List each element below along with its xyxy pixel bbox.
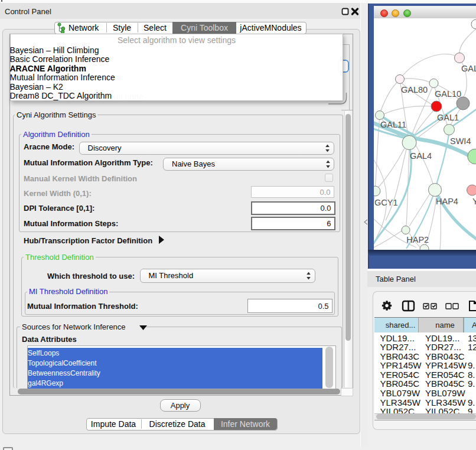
svg-text:GAL10: GAL10	[435, 89, 461, 99]
svg-text:GAL80: GAL80	[401, 85, 428, 94]
svg-text:GAL1: GAL1	[437, 113, 459, 122]
svg-text:GAL7: GAL7	[461, 64, 476, 73]
svg-text:SWI4: SWI4	[450, 136, 471, 146]
svg-text:GCY1: GCY1	[374, 198, 398, 207]
svg-text:HAP2: HAP2	[406, 235, 429, 244]
svg-text:HAP4: HAP4	[436, 197, 458, 206]
svg-text:YM: YM	[472, 197, 476, 206]
svg-text:GAL4: GAL4	[410, 151, 432, 161]
svg-text:GAL11: GAL11	[380, 120, 406, 129]
